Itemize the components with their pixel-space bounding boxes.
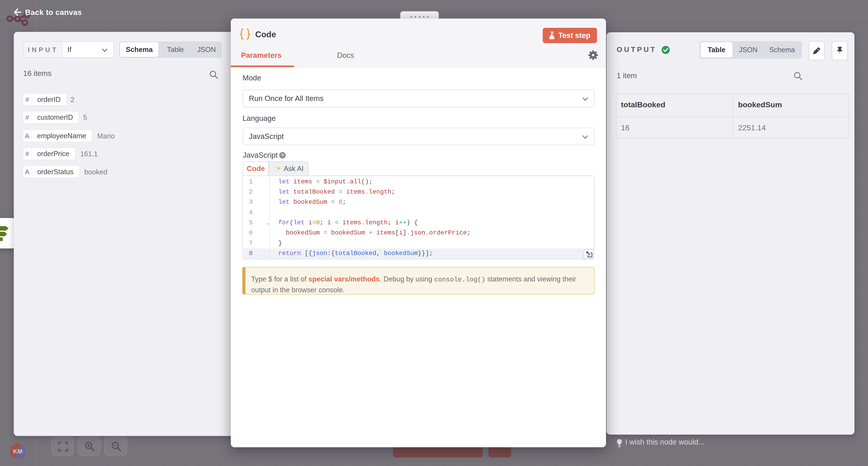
svg-text:?: ? xyxy=(281,153,284,158)
